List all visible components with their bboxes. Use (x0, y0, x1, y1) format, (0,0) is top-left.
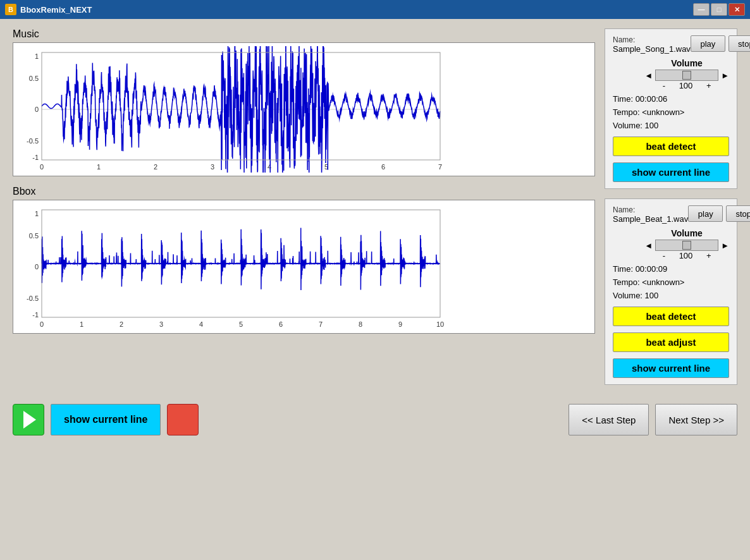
music-waveform-container (13, 42, 595, 176)
title-bar: B BboxRemix_NEXT — □ ✕ (0, 0, 750, 19)
music-vol-plus[interactable]: + (706, 81, 711, 90)
global-play-button[interactable] (13, 404, 44, 435)
window-controls: — □ ✕ (693, 3, 745, 16)
music-vol-minus[interactable]: - (663, 81, 665, 90)
bottom-right-controls: << Last Step Next Step >> (569, 404, 737, 435)
music-vol-value: 100 (678, 81, 694, 90)
music-volume-section: Volume ◄ ► - 100 + (613, 58, 729, 90)
music-time-row: Time: 00:00:06 (613, 94, 729, 104)
bbox-stop-button[interactable]: stop (726, 205, 750, 222)
bbox-volume-text: Volume: 100 (613, 291, 658, 300)
close-button[interactable]: ✕ (728, 3, 745, 16)
bbox-vol-plus[interactable]: + (706, 251, 711, 260)
bbox-tempo-label: Tempo: <unknown> (613, 277, 684, 287)
bbox-name-section: Name: Sample_Beat_1.wav (613, 205, 688, 224)
bbox-volume-row: Volume: 100 (613, 291, 729, 300)
music-volume-control: Volume ◄ ► - 100 + (644, 58, 729, 90)
music-volume-slider-row: ◄ ► (644, 70, 729, 81)
bottom-left-controls: show current line (13, 404, 199, 435)
bbox-vol-value: 100 (678, 251, 694, 260)
music-play-stop-buttons: play stop (691, 35, 750, 52)
music-show-current-line-button[interactable]: show current line (613, 162, 729, 182)
music-play-button[interactable]: play (691, 35, 725, 52)
bbox-vol-arrow-left: ◄ (644, 241, 653, 250)
bbox-vol-minus[interactable]: - (663, 251, 665, 260)
music-vol-arrow-left: ◄ (644, 71, 653, 80)
bbox-play-button[interactable]: play (688, 205, 723, 222)
right-panel: Name: Sample_Song_1.wav play stop Volume… (605, 28, 737, 385)
window-title: BboxRemix_NEXT (20, 5, 92, 15)
bbox-tempo-row: Tempo: <unknown> (613, 277, 729, 287)
bbox-time-label: Time: 00:00:09 (613, 264, 667, 274)
main-content: Music Bbox Name: Sample_Song_1.wav play (0, 19, 750, 394)
music-info-panel: Name: Sample_Song_1.wav play stop Volume… (605, 28, 737, 189)
bbox-name-value: Sample_Beat_1.wav (613, 214, 688, 224)
bbox-show-current-line-button[interactable]: show current line (613, 358, 729, 378)
music-label: Music (13, 28, 595, 40)
music-name-row: Name: Sample_Song_1.wav play stop (613, 35, 729, 54)
music-name-value: Sample_Song_1.wav (613, 44, 691, 54)
music-vol-arrow-right: ► (721, 71, 729, 80)
music-volume-label: Volume (644, 58, 729, 68)
music-stop-button[interactable]: stop (728, 35, 750, 52)
music-volume-row: Volume: 100 (613, 121, 729, 130)
bbox-volume-label: Volume (644, 228, 729, 238)
left-panel: Music Bbox (13, 28, 595, 385)
music-name-section: Name: Sample_Song_1.wav (613, 35, 691, 54)
bbox-waveform-container (13, 200, 595, 334)
music-time-label: Time: 00:00:06 (613, 94, 667, 104)
bbox-play-stop-buttons: play stop (688, 205, 750, 222)
minimize-button[interactable]: — (693, 3, 710, 16)
music-beat-detect-button[interactable]: beat detect (613, 137, 729, 156)
global-show-current-line-button[interactable]: show current line (51, 404, 161, 435)
bbox-vol-arrow-right: ► (721, 241, 729, 250)
next-step-button[interactable]: Next Step >> (655, 404, 737, 435)
music-section: Music (13, 28, 595, 176)
maximize-button[interactable]: □ (711, 3, 727, 16)
app-icon: B (5, 4, 16, 15)
music-name-label: Name: (613, 35, 691, 44)
bbox-beat-adjust-button[interactable]: beat adjust (613, 332, 729, 352)
bbox-name-row: Name: Sample_Beat_1.wav play stop (613, 205, 729, 224)
bbox-volume-control: Volume ◄ ► - 100 + (644, 228, 729, 260)
play-triangle-icon (23, 411, 36, 429)
bbox-section: Bbox (13, 186, 595, 334)
bbox-volume-slider-row: ◄ ► (644, 240, 729, 251)
music-waveform-canvas (16, 46, 446, 173)
bbox-beat-detect-button[interactable]: beat detect (613, 307, 729, 326)
bbox-name-label: Name: (613, 205, 688, 214)
bbox-info-panel: Name: Sample_Beat_1.wav play stop Volume… (605, 198, 737, 385)
bbox-waveform-canvas (16, 204, 446, 330)
bbox-time-row: Time: 00:00:09 (613, 264, 729, 274)
music-volume-text: Volume: 100 (613, 121, 658, 130)
global-stop-button[interactable] (167, 404, 199, 435)
bbox-label: Bbox (13, 186, 595, 197)
music-volume-slider[interactable] (655, 70, 718, 81)
bbox-volume-slider[interactable] (655, 240, 718, 251)
music-tempo-row: Tempo: <unknown> (613, 107, 729, 117)
bbox-volume-section: Volume ◄ ► - 100 + (613, 228, 729, 260)
bottom-controls: show current line << Last Step Next Step… (0, 398, 750, 442)
last-step-button[interactable]: << Last Step (569, 404, 649, 435)
music-tempo-label: Tempo: <unknown> (613, 107, 684, 117)
